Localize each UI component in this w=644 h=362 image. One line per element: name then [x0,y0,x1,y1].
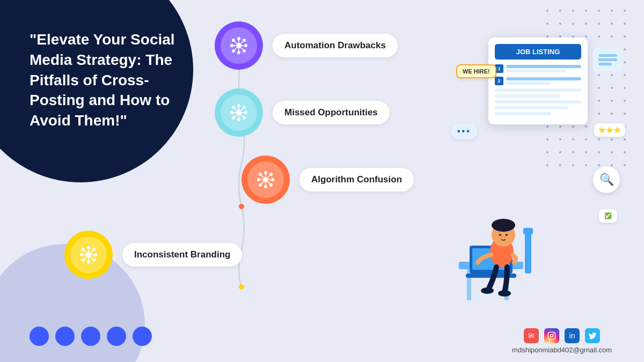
svg-line-69 [91,250,93,253]
dot-3 [81,327,100,346]
svg-point-41 [257,178,260,181]
svg-line-71 [91,257,93,260]
missed-label: Missed Opportunities [273,101,390,124]
list-bubble [593,48,623,71]
dot-4 [107,327,126,346]
missed-icon-circle [215,88,263,137]
pitfall-item-missed: Missed Opportunities [215,88,445,137]
svg-point-59 [94,253,97,256]
job-board-header: JOB LISTING [495,44,581,60]
svg-line-17 [235,41,237,44]
algorithm-icon-circle [241,156,290,204]
dot-1 [30,327,49,346]
branding-icon-circle [64,231,113,279]
footer: ✉ in mdshiponmiabd402@gmail.com [512,328,612,354]
pitfall-item-automation: Automation Drawbacks [215,21,445,70]
svg-point-39 [264,171,267,174]
svg-point-58 [80,253,83,256]
svg-point-82 [492,219,515,232]
job-board: JOB LISTING 1 2 [488,38,588,124]
svg-rect-87 [548,332,555,339]
svg-point-57 [87,260,90,263]
svg-point-22 [237,104,240,107]
linkedin-icon: in [565,328,580,343]
svg-line-20 [241,48,244,50]
pitfall-item-algorithm: Algorithm Confusion [215,156,445,204]
automation-label: Automation Drawbacks [273,34,398,57]
missed-icon [228,102,250,123]
person-svg [445,166,590,306]
branding-label: Inconsistent Branding [122,243,242,267]
svg-point-25 [244,111,247,114]
dots-bubble: ••• [451,123,478,139]
svg-point-40 [264,185,267,188]
svg-point-3 [239,284,244,290]
svg-line-52 [268,175,270,178]
instagram-svg [547,331,556,340]
checkbox-bubble: ✅ [599,209,617,223]
svg-point-24 [230,111,233,114]
svg-line-54 [268,182,270,184]
svg-point-23 [237,118,240,121]
svg-line-70 [84,257,87,260]
svg-point-56 [87,246,90,249]
algorithm-icon [255,169,276,190]
svg-line-51 [261,175,264,178]
svg-point-79 [481,287,494,294]
branding-icon [78,244,99,265]
rating-bubble: ⭐⭐⭐ [594,123,625,137]
svg-line-36 [235,115,237,117]
pitfall-item-branding: Inconsistent Branding [64,231,242,279]
svg-point-84 [506,234,508,236]
twitter-svg [588,331,597,340]
svg-line-18 [241,41,244,44]
social-icons: ✉ in [524,328,600,343]
svg-point-88 [550,334,553,337]
pitfalls-list: Automation Drawbacks [215,16,445,223]
svg-point-89 [553,333,554,334]
footer-email: mdshiponmiabd402@gmail.com [512,346,612,354]
svg-point-7 [230,44,233,47]
search-bubble: 🔍 [593,166,620,193]
twitter-icon [585,328,600,343]
svg-line-68 [84,250,87,253]
illustration-area: WE HIRE! ⭐⭐⭐ JOB LISTING 1 2 [445,16,628,316]
svg-point-80 [498,290,511,297]
svg-rect-86 [523,228,533,234]
mail-icon: ✉ [524,328,539,343]
svg-line-35 [241,108,244,111]
svg-point-42 [271,178,274,181]
social-dots-decoration [30,327,152,346]
automation-icon-circle [215,21,263,70]
instagram-icon [544,328,559,343]
automation-icon [228,35,250,56]
svg-line-34 [235,108,237,111]
svg-point-8 [244,44,247,47]
algorithm-label: Algorithm Confusion [299,168,414,191]
person-illustration [445,166,590,306]
we-hire-sign: WE HIRE! [456,64,496,78]
we-hire-text: WE HIRE! [463,68,490,75]
svg-rect-85 [525,231,531,274]
svg-line-19 [235,48,237,50]
main-title: "Elevate Your Social Media Strategy: The… [30,29,196,131]
svg-point-83 [499,234,501,236]
dot-2 [55,327,75,346]
dot-5 [133,327,152,346]
svg-point-6 [237,51,240,54]
svg-line-37 [241,115,244,117]
svg-line-53 [261,182,264,184]
svg-point-5 [237,37,240,40]
